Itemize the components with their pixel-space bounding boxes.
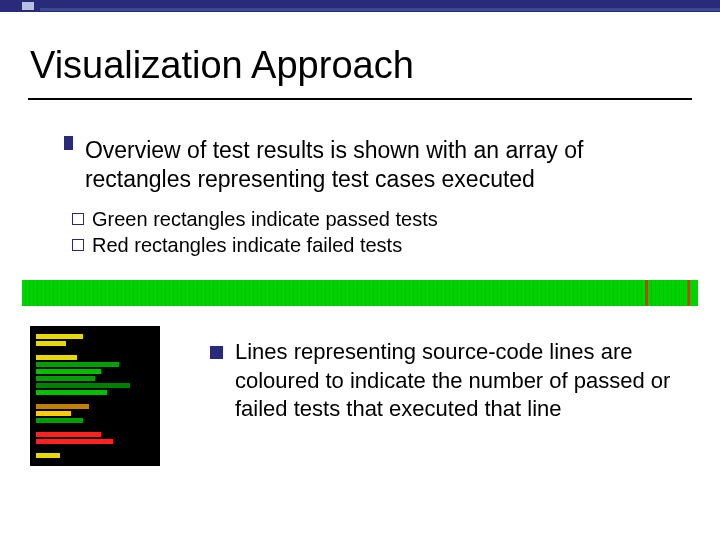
bullet-text: Lines representing source-code lines are… bbox=[235, 338, 690, 424]
sub-bullet-text: Green rectangles indicate passed tests bbox=[92, 208, 438, 230]
bullet-level1: Overview of test results is shown with a… bbox=[38, 136, 690, 194]
hollow-square-bullet-icon bbox=[72, 213, 84, 225]
title-underline bbox=[28, 98, 692, 100]
sub-bullet-item: Green rectangles indicate passed tests bbox=[72, 206, 690, 232]
passed-tests-region bbox=[690, 280, 698, 306]
sub-bullet-list: Green rectangles indicate passed tests R… bbox=[72, 206, 690, 258]
passed-tests-region bbox=[22, 280, 645, 306]
accent-line bbox=[40, 8, 720, 11]
accent-square-light bbox=[22, 2, 34, 10]
sub-bullet-item: Red rectangles indicate failed tests bbox=[72, 232, 690, 258]
square-bullet-icon bbox=[64, 136, 73, 150]
square-bullet-icon bbox=[210, 346, 223, 359]
bullet-level1-lower: Lines representing source-code lines are… bbox=[210, 338, 690, 424]
bullet-text: Overview of test results is shown with a… bbox=[85, 136, 690, 194]
accent-square-dark bbox=[0, 0, 18, 12]
slide-accent-bar bbox=[0, 0, 720, 12]
slide-title: Visualization Approach bbox=[30, 44, 414, 87]
source-code-visualization bbox=[30, 326, 160, 466]
passed-tests-region bbox=[648, 280, 688, 306]
test-results-strip bbox=[22, 280, 698, 306]
hollow-square-bullet-icon bbox=[72, 239, 84, 251]
sub-bullet-text: Red rectangles indicate failed tests bbox=[92, 234, 402, 256]
